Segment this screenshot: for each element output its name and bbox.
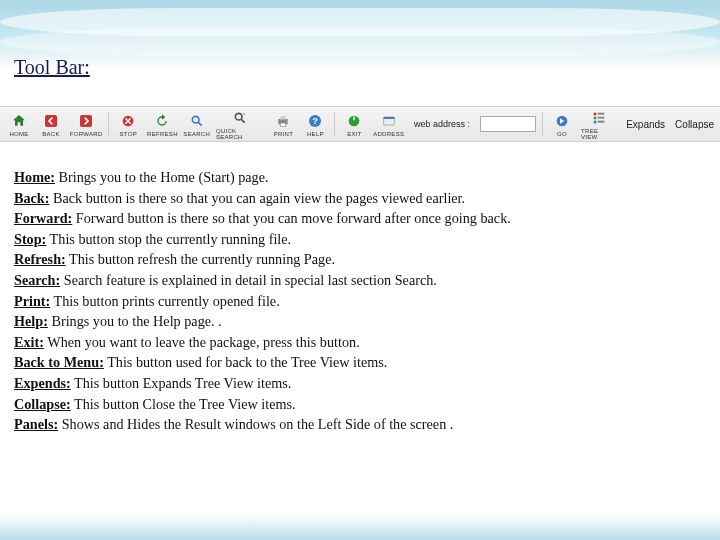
address-button[interactable]: ADDRESS [373,112,404,137]
quick-search-label: QUICK SEARCH [216,128,265,140]
exit-icon [345,112,363,130]
search-button[interactable]: SEARCH [184,112,210,137]
svg-rect-18 [597,116,604,118]
exit-label: EXIT [347,131,362,137]
exit-button[interactable]: EXIT [341,112,367,137]
svg-point-4 [236,113,243,120]
stop-icon [119,112,137,130]
svg-rect-1 [80,115,92,127]
svg-rect-0 [45,115,57,127]
expands-link[interactable]: Expands [626,119,665,130]
svg-rect-13 [383,117,394,119]
desc-back-to-menu: Back to Menu: This button used for back … [14,353,706,373]
forward-label: FORWARD [70,131,103,137]
go-icon [553,112,571,130]
page-title: Tool Bar: [14,56,90,79]
separator [108,112,109,136]
refresh-icon [153,112,171,130]
web-address-label: web address : [414,119,470,129]
svg-rect-16 [597,112,604,114]
tree-view-button[interactable]: TREE VIEW [581,109,616,140]
refresh-label: REFRESH [147,131,178,137]
help-label: HELP [307,131,324,137]
svg-rect-7 [281,123,286,126]
search-label: SEARCH [183,131,210,137]
forward-icon [77,112,95,130]
refresh-button[interactable]: REFRESH [147,112,177,137]
svg-rect-15 [593,112,596,115]
separator [542,112,543,136]
desc-print: Print: This button prints currently open… [14,292,706,312]
quick-search-button[interactable]: QUICK SEARCH [216,109,265,140]
back-label: BACK [42,131,60,137]
desc-panels: Panels: Shows and Hides the Result windo… [14,415,706,435]
quick-search-icon [231,109,249,127]
collapse-link[interactable]: Collapse [675,119,714,130]
svg-rect-11 [354,116,355,120]
go-button[interactable]: GO [549,112,575,137]
home-button[interactable]: HOME [6,112,32,137]
svg-rect-19 [593,120,596,123]
desc-search: Search: Search feature is explained in d… [14,271,706,291]
back-icon [42,112,60,130]
address-label: ADDRESS [373,131,404,137]
svg-text:?: ? [313,116,319,126]
desc-expends: Expends: This button Expands Tree View i… [14,374,706,394]
print-button[interactable]: PRINT [270,112,296,137]
stop-button[interactable]: STOP [115,112,141,137]
svg-rect-6 [281,116,286,119]
desc-forward: Forward: Forward button is there so that… [14,209,706,229]
tree-view-icon [590,109,608,127]
desc-refresh: Refresh: This button refresh the current… [14,250,706,270]
desc-help: Help: Brings you to the Help page. . [14,312,706,332]
web-address-input[interactable] [480,116,536,132]
print-icon [274,112,292,130]
decorative-wave-bottom [0,510,720,540]
desc-exit: Exit: When you want to leave the package… [14,333,706,353]
descriptions: Home: Brings you to the Home (Start) pag… [14,168,706,436]
desc-collapse: Collapse: This button Close the Tree Vie… [14,395,706,415]
home-icon [10,112,28,130]
svg-rect-20 [597,120,604,122]
svg-rect-17 [593,116,596,119]
decorative-wave-top [0,0,720,70]
desc-stop: Stop: This button stop the currently run… [14,230,706,250]
forward-button[interactable]: FORWARD [70,112,102,137]
back-button[interactable]: BACK [38,112,64,137]
svg-point-3 [192,116,199,123]
search-icon [188,112,206,130]
desc-home: Home: Brings you to the Home (Start) pag… [14,168,706,188]
address-icon [380,112,398,130]
separator [334,112,335,136]
home-label: HOME [9,131,28,137]
help-icon: ? [306,112,324,130]
print-label: PRINT [274,131,294,137]
toolbar: HOME BACK FORWARD STOP REFRESH SEARCH QU… [0,106,720,142]
tree-view-label: TREE VIEW [581,128,616,140]
desc-back: Back: Back button is there so that you c… [14,189,706,209]
help-button[interactable]: ? HELP [302,112,328,137]
stop-label: STOP [120,131,137,137]
go-label: GO [557,131,567,137]
